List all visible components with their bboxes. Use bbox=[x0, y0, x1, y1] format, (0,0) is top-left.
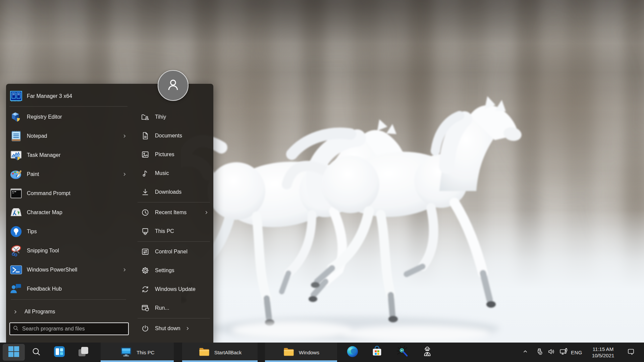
taskbar-window-label: StartAllBack bbox=[214, 350, 242, 355]
start-menu-item-command-prompt[interactable]: Command Prompt bbox=[6, 184, 131, 203]
edge-icon bbox=[346, 345, 359, 359]
downloads-icon bbox=[141, 188, 150, 196]
task-view-button[interactable] bbox=[76, 343, 91, 362]
start-menu-places-column: Tihiy Documents Pictures Music bbox=[134, 84, 213, 343]
taskbar-search-button[interactable] bbox=[29, 343, 43, 362]
start-menu-item-paint[interactable]: Paint bbox=[6, 165, 131, 184]
spyware-scanner-icon bbox=[396, 345, 409, 359]
start-button[interactable] bbox=[3, 344, 25, 361]
network-display-button[interactable] bbox=[557, 343, 570, 362]
start-menu-item-pictures[interactable]: Pictures bbox=[134, 145, 213, 164]
menu-item-label: Snipping Tool bbox=[27, 248, 59, 254]
widgets-button[interactable] bbox=[52, 343, 66, 362]
separator bbox=[138, 241, 210, 242]
this-pc-monitor-icon bbox=[120, 345, 132, 359]
chevron-right-icon bbox=[122, 267, 127, 272]
start-menu-item-feedback-hub[interactable]: Feedback Hub bbox=[6, 279, 131, 298]
notifications-button[interactable] bbox=[625, 343, 637, 362]
start-menu-item-user-folder[interactable]: Tihiy bbox=[134, 108, 213, 126]
settings-gear-icon bbox=[141, 266, 150, 275]
start-menu-item-run[interactable]: Run... bbox=[134, 299, 213, 317]
separator bbox=[138, 318, 210, 318]
clock-time: 11:15 AM bbox=[593, 346, 613, 352]
taskbar-window-label: Windows bbox=[299, 350, 319, 355]
desktop: Far Manager 3 x64 Registry Editor Notepa… bbox=[0, 0, 644, 362]
start-menu-item-registry-editor[interactable]: Registry Editor bbox=[6, 107, 131, 126]
registry-editor-icon bbox=[9, 110, 23, 124]
menu-item-label: Command Prompt bbox=[27, 190, 70, 196]
feedback-hub-icon bbox=[9, 282, 23, 296]
start-menu-item-control-panel[interactable]: Control Panel bbox=[134, 242, 213, 261]
usb-safely-remove-button[interactable] bbox=[534, 343, 545, 362]
edge-button[interactable] bbox=[345, 343, 360, 362]
search-input[interactable] bbox=[21, 325, 125, 332]
character-map-icon bbox=[9, 205, 23, 220]
pictures-icon bbox=[141, 150, 150, 159]
menu-item-label: Documents bbox=[155, 133, 182, 139]
taskbar-window-startallback[interactable]: StartAllBack bbox=[182, 343, 258, 362]
tips-icon bbox=[9, 224, 23, 239]
this-pc-icon bbox=[141, 227, 150, 236]
start-menu-item-music[interactable]: Music bbox=[134, 164, 213, 183]
search-area bbox=[9, 322, 129, 335]
clock-date: 10/5/2021 bbox=[592, 352, 614, 359]
start-menu-item-notepad[interactable]: Notepad bbox=[6, 126, 131, 145]
language-indicator[interactable]: ENG bbox=[570, 343, 583, 362]
agent-button[interactable] bbox=[420, 343, 435, 362]
menu-item-label: This PC bbox=[155, 228, 174, 234]
folder-icon bbox=[198, 346, 210, 359]
microsoft-store-button[interactable] bbox=[369, 343, 385, 362]
menu-item-label: Registry Editor bbox=[27, 114, 62, 120]
volume-button[interactable] bbox=[546, 343, 557, 362]
agent-icon bbox=[421, 345, 434, 359]
language-label: ENG bbox=[571, 350, 582, 355]
start-menu-item-character-map[interactable]: Character Map bbox=[6, 203, 131, 222]
menu-item-label: Recent Items bbox=[155, 209, 186, 216]
start-menu-item-far-manager[interactable]: Far Manager 3 x64 bbox=[6, 86, 131, 106]
menu-item-label: Feedback Hub bbox=[27, 286, 62, 292]
start-menu-item-downloads[interactable]: Downloads bbox=[134, 183, 213, 201]
all-programs-label: All Programs bbox=[24, 309, 55, 315]
menu-item-label: Settings bbox=[155, 267, 174, 274]
start-menu-item-documents[interactable]: Documents bbox=[134, 126, 213, 145]
spyware-scanner-button[interactable] bbox=[394, 343, 410, 362]
user-folder-icon bbox=[141, 113, 150, 121]
search-box[interactable] bbox=[9, 322, 129, 335]
start-menu-item-this-pc[interactable]: This PC bbox=[134, 222, 213, 241]
shut-down-button[interactable]: Shut down bbox=[134, 319, 213, 338]
start-menu-item-windows-powershell[interactable]: Windows PowerShell bbox=[6, 260, 131, 279]
menu-item-label: Paint bbox=[27, 171, 39, 177]
menu-item-label: Far Manager 3 x64 bbox=[27, 93, 72, 99]
paint-icon bbox=[9, 167, 23, 182]
tray-expand-button[interactable] bbox=[520, 343, 530, 362]
chevron-right-icon bbox=[204, 210, 209, 215]
widgets-icon bbox=[53, 346, 65, 359]
run-icon bbox=[141, 304, 150, 312]
recent-items-icon bbox=[141, 208, 150, 217]
music-icon bbox=[141, 169, 150, 178]
network-display-icon bbox=[559, 347, 568, 357]
menu-item-label: Tihiy bbox=[155, 114, 166, 120]
start-menu-item-snipping-tool[interactable]: Snipping Tool bbox=[6, 241, 131, 260]
start-menu-item-recent-items[interactable]: Recent Items bbox=[134, 203, 213, 222]
start-menu: Far Manager 3 x64 Registry Editor Notepa… bbox=[6, 84, 213, 343]
all-programs-button[interactable]: All Programs bbox=[6, 304, 131, 319]
folder-icon bbox=[283, 346, 295, 359]
start-menu-item-tips[interactable]: Tips bbox=[6, 222, 131, 241]
microsoft-store-icon bbox=[371, 345, 383, 359]
snipping-tool-icon bbox=[9, 243, 23, 258]
taskbar-window-windows[interactable]: Windows bbox=[265, 343, 337, 362]
menu-item-label: Music bbox=[155, 170, 169, 176]
taskbar-window-this-pc[interactable]: This PC bbox=[101, 343, 174, 362]
places-top-spacer bbox=[134, 84, 213, 108]
clock[interactable]: 11:15 AM 10/5/2021 bbox=[585, 343, 621, 362]
power-icon bbox=[141, 324, 150, 333]
far-manager-icon bbox=[9, 89, 23, 104]
notifications-icon bbox=[627, 348, 635, 357]
start-menu-item-task-manager[interactable]: Task Manager bbox=[6, 145, 131, 165]
windows-update-icon bbox=[141, 285, 150, 294]
separator bbox=[9, 106, 127, 107]
start-menu-item-settings[interactable]: Settings bbox=[134, 261, 213, 280]
search-icon bbox=[13, 325, 19, 333]
start-menu-item-windows-update[interactable]: Windows Update bbox=[134, 280, 213, 299]
